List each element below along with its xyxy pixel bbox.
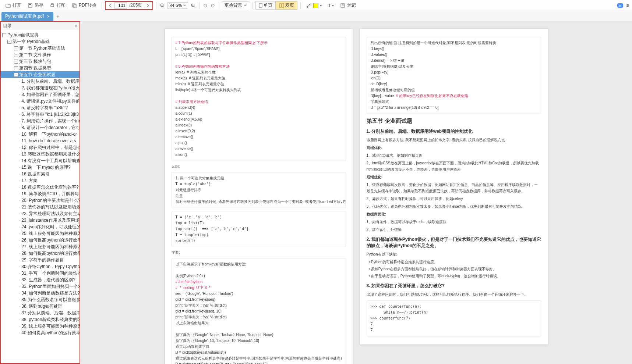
tree-node-leaf[interactable]: 27. 线上服务可能因为种种原因 [1, 243, 80, 250]
tree-node-leaf[interactable]: 18.数据库怎么优化查询效率? [1, 184, 80, 190]
tree-node-leaf[interactable]: 4. 请谈谈.pyc文件和.py文件的 [1, 98, 80, 104]
question-heading: 3. 如果你困在了死循环里，怎么打破它? [367, 283, 541, 289]
new-tab-button[interactable]: + [53, 12, 62, 21]
tree-node-leaf[interactable]: 32. 生成器，迭代器的区别? [1, 276, 80, 283]
tree-node-leaf[interactable]: 35.为什么函数名字可以当做参 [1, 296, 80, 303]
separator [252, 2, 253, 9]
toolbar-right: ∞ ≡ [617, 3, 631, 8]
document-tab[interactable]: Python面试宝典.pdf × [1, 12, 53, 21]
tree-node-leaf[interactable]: 16.数据库索引 [1, 171, 80, 177]
list-item: 由于是动态语言，Python使用鸭子类型，即duck-typing，这会增加运行… [373, 273, 541, 279]
tree-node-leaf[interactable]: 15.说一下 mysql 的原理? [1, 164, 80, 171]
tree-node-section-selected[interactable]: −第五节 企业面试题 [1, 71, 80, 78]
view-mode-toggle: 单页 双页 [255, 1, 297, 10]
change-background-select[interactable]: 更换背景 [222, 1, 249, 9]
tree-node-leaf[interactable]: 7. 利用切片操作，实现一个trim [1, 118, 80, 124]
tree-node-leaf[interactable]: 13.爬取这些数据都用来做什么 [1, 151, 80, 157]
tree-node-root[interactable]: −Python面试宝典 [1, 32, 80, 38]
single-page-button[interactable]: 单页 [255, 1, 276, 10]
tree-node-leaf[interactable]: 24. json序列化时，可以处理的 [1, 224, 80, 230]
list-item: Python的可解释特征会拖累其运行速度。 [373, 259, 541, 265]
zoom-in-button[interactable] [190, 3, 196, 8]
color-swatch [313, 3, 318, 8]
page-navigation: /205页 [105, 1, 153, 10]
infinity-badge[interactable]: ∞ [617, 3, 623, 8]
tree-node-leaf[interactable]: 5. 请反转字符串 "aStr"? [1, 104, 80, 111]
tree-node-leaf[interactable]: 17. 方案 [1, 177, 80, 184]
subheader: 元组: [172, 164, 346, 169]
tree-node-leaf[interactable]: 6. 将字符串 "k:1 |k1:2|k2:3|k3 [1, 111, 80, 118]
tree-node-leaf[interactable]: 36. 遇到bug如何处理 [1, 303, 80, 310]
tree-node-leaf[interactable]: 1. 分别从前端、后端、数据库 [1, 78, 80, 85]
rotate-left-button[interactable] [202, 3, 208, 8]
tree-node-leaf[interactable]: 31. 手写一个判断时间的装饰器 [1, 270, 80, 276]
tree-node-leaf[interactable]: 8. 请设计一个decorator，它可 [1, 124, 80, 131]
pdf-page-right: 列出所有的键,值.注意得到的是一个可迭代对象,而不是列表.用的时候需要转换 D.… [360, 29, 548, 345]
sidebar-close-button[interactable]: × [75, 24, 77, 29]
tab-close-button[interactable]: × [47, 14, 50, 19]
zoom-select[interactable]: 84.6% [167, 2, 188, 9]
zoom-out-button[interactable] [159, 3, 165, 8]
tabbar: Python面试宝典.pdf × + [0, 11, 632, 21]
tree-node-leaf[interactable]: 14.有没有一个工具可以帮助查 [1, 157, 80, 164]
list-item: 虽然Python在很多方面都性能良好，但在移动计算和浏览器方面表现不够好。 [373, 266, 541, 272]
tree-node-leaf[interactable]: 28. 如何提高python的运行效率 [1, 250, 80, 257]
tree-node-section[interactable]: +第一节 Python基础语法 [1, 45, 80, 51]
label: 数据库优化: [367, 211, 541, 217]
zoom-controls: 84.6% [159, 2, 196, 9]
code-block: >>> def counterfunc(n): while(n==7):prin… [367, 300, 541, 336]
toolbar: 打开 另存 打印 PDF转换 /205页 [0, 0, 632, 11]
menu-icon[interactable]: ≡ [625, 3, 631, 8]
tree-node-leaf[interactable]: 3. 如果你困在了死循环里，怎 [1, 91, 80, 98]
tree-node-leaf[interactable]: 29. 字符串的操作题目 [1, 257, 80, 263]
text-tool-button[interactable]: T▾ [325, 2, 336, 9]
tree-node-leaf[interactable]: 39. 线上服务可能因为种种原因 [1, 323, 80, 329]
tree-node-leaf[interactable]: 21.装饰器的写法以及应用场景 [1, 204, 80, 210]
paragraph: 2、html和CSS放在页面上部，javascript放在页面下面，因为js加载… [367, 160, 541, 172]
code-block: 1.用一个可迭代对象生成元组 T = tuple('abc') 对元组进行排序 … [172, 172, 346, 208]
highlight-button[interactable]: ▾ [304, 2, 324, 9]
tree-node-leaf[interactable]: 19. 简单谈谈ACID，并解释每 [1, 190, 80, 197]
tree-node-leaf[interactable]: 22. 异常处理写法以及如何主动 [1, 210, 80, 217]
next-page-button[interactable] [144, 2, 151, 9]
tree-node-section[interactable]: +第三节 模块与包 [1, 58, 80, 65]
outline-tree[interactable]: −Python面试宝典 −第一章 Python基础 +第一节 Python基础语… [1, 30, 80, 363]
tree-node-leaf[interactable]: 11. how do I iterate over a s [1, 138, 80, 144]
subheader: 字典: [172, 250, 346, 255]
paragraph: 3、代码优化，避免循环和判断次数太多，如果多个if else判断，优先判断最有可… [367, 203, 541, 210]
arrow-right-icon [145, 3, 150, 8]
notes-button[interactable]: 笔记 [338, 1, 358, 9]
highlighter-icon [306, 3, 312, 8]
tree-node-leaf[interactable]: 34. 如何判断是函数还是方法? [1, 290, 80, 296]
page-viewport[interactable]: # 7.Python的列表的截取与字符串操作类型相同,如下所示 L = ['sp… [80, 21, 632, 364]
page-input[interactable] [114, 2, 127, 9]
tree-node-section[interactable]: +第四节 数据类型 [1, 65, 80, 71]
printer-icon [49, 3, 55, 8]
prev-page-button[interactable] [107, 2, 114, 9]
tree-node-leaf[interactable]: 10. 解释一下python的and-or [1, 131, 80, 138]
tree-node-leaf[interactable]: 12. 你在爬虫过程中，都是怎么 [1, 144, 80, 151]
tree-node-leaf[interactable]: 20. Python的主要功能是什么? [1, 197, 80, 204]
tree-node-leaf[interactable]: 30.介绍Cython，Pypy Cpython [1, 263, 80, 270]
save-as-button[interactable]: 另存 [25, 1, 46, 9]
save-icon [27, 3, 33, 8]
double-page-icon [279, 3, 284, 8]
tree-node-leaf[interactable]: 23. isinstance作用以及应用场 [1, 217, 80, 224]
tree-node-leaf[interactable]: 2. 我们都知道现在Python很火 [1, 85, 80, 91]
print-button[interactable]: 打印 [47, 1, 68, 9]
code-block: T = ('c','a','d','b') tmp = list(T) tmp.… [172, 211, 346, 247]
tree-node-leaf[interactable]: 26. 如何提高python的运行效率 [1, 237, 80, 243]
double-page-button[interactable]: 双页 [276, 1, 297, 10]
tree-node-chapter[interactable]: −第一章 Python基础 [1, 38, 80, 45]
open-button[interactable]: 打开 [3, 1, 24, 9]
pdf-convert-button[interactable]: PDF转换 [69, 1, 99, 9]
tree-node-leaf[interactable]: 25. 线上服务可能因为种种原因 [1, 230, 80, 237]
tree-node-section[interactable]: +第二节 文件操作 [1, 51, 80, 58]
rotate-right-button[interactable] [210, 3, 216, 8]
tree-node-leaf[interactable]: 40 如何提高python的运行效率 [1, 329, 80, 336]
tree-node-leaf[interactable]: 33. Python里面如何拷贝一个对 [1, 283, 80, 290]
tree-node-leaf[interactable]: 38. python新式类和经典类的区 [1, 316, 80, 323]
chevron-down-icon [244, 4, 247, 7]
svg-rect-1 [29, 4, 31, 5]
tree-node-leaf[interactable]: 37.分别从前端、后端、数据库 [1, 310, 80, 316]
